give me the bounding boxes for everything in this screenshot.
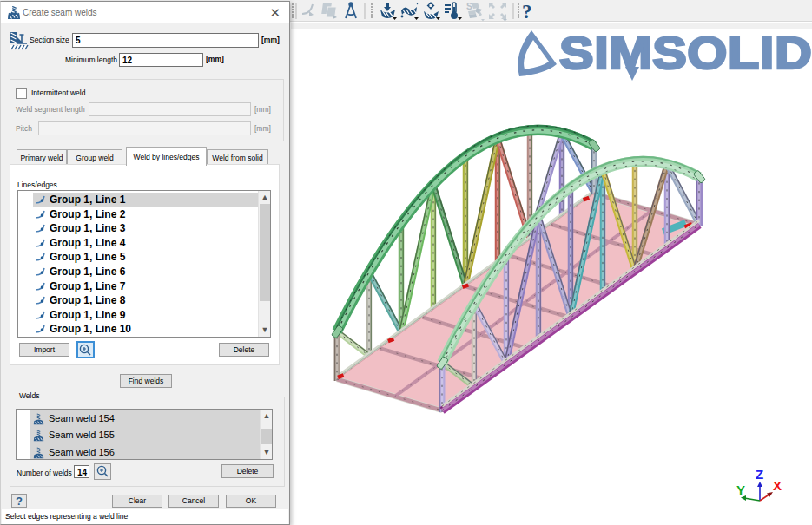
svg-text:S: S xyxy=(466,2,472,11)
svg-text:Z: Z xyxy=(756,467,763,482)
svg-text:Y: Y xyxy=(736,482,745,497)
svg-text:X: X xyxy=(773,478,782,493)
svg-text:?: ? xyxy=(522,1,532,22)
